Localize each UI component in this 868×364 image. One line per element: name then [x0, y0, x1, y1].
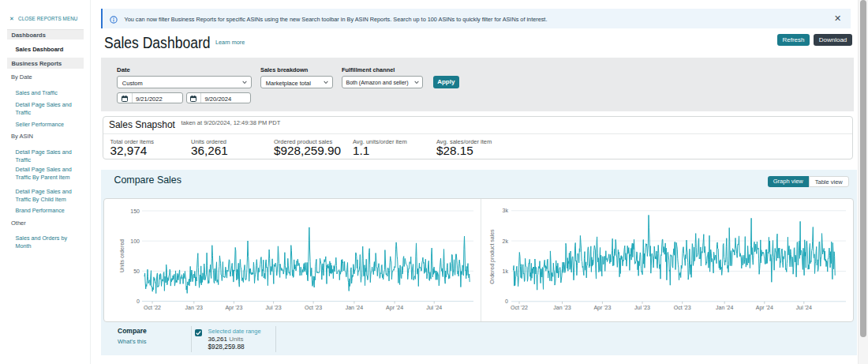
svg-text:0: 0 — [505, 298, 508, 304]
svg-text:100: 100 — [130, 238, 140, 244]
svg-text:Jul '24: Jul '24 — [426, 305, 442, 310]
svg-text:Jan '23: Jan '23 — [185, 305, 203, 310]
svg-text:0: 0 — [137, 298, 140, 304]
svg-text:1k: 1k — [503, 268, 509, 274]
svg-text:Ordered product sales: Ordered product sales — [489, 229, 496, 284]
svg-text:3k: 3k — [503, 208, 509, 213]
svg-text:Jul '24: Jul '24 — [796, 305, 812, 310]
svg-text:Apr '23: Apr '23 — [593, 305, 611, 311]
svg-text:2k: 2k — [503, 238, 509, 244]
svg-text:Jan '23: Jan '23 — [553, 305, 571, 310]
svg-text:Jan '24: Jan '24 — [716, 305, 733, 310]
svg-text:Apr '23: Apr '23 — [225, 305, 242, 311]
svg-text:Oct '22: Oct '22 — [144, 305, 161, 310]
svg-text:50: 50 — [133, 268, 140, 274]
svg-text:Jul '23: Jul '23 — [266, 305, 282, 310]
svg-text:Oct '22: Oct '22 — [511, 305, 528, 310]
svg-text:Apr '24: Apr '24 — [386, 305, 403, 311]
svg-text:Oct '23: Oct '23 — [674, 305, 691, 310]
svg-text:150: 150 — [130, 208, 140, 214]
svg-text:Units ordered: Units ordered — [119, 239, 125, 272]
svg-text:Apr '24: Apr '24 — [756, 305, 773, 311]
svg-text:Oct '23: Oct '23 — [305, 305, 322, 310]
svg-text:Jan '24: Jan '24 — [346, 305, 363, 310]
svg-text:Jul '23: Jul '23 — [634, 305, 650, 310]
